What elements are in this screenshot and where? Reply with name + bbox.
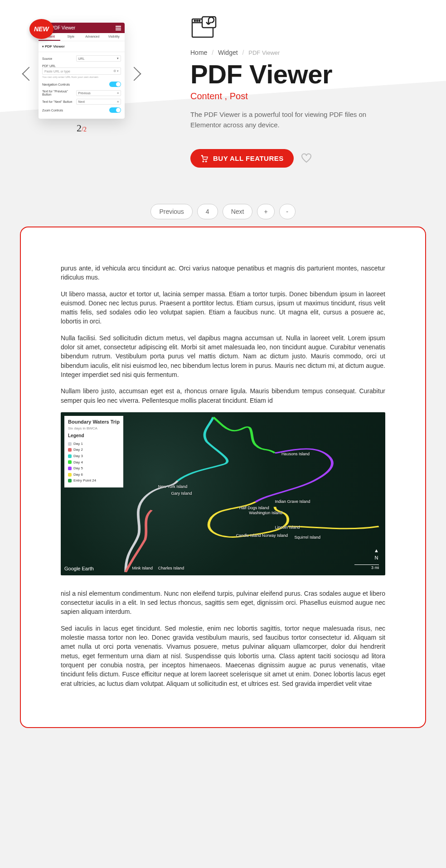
legend-item: Day 2 — [68, 447, 120, 453]
compass-icon: ▲N — [374, 547, 379, 562]
pdf-paragraph: Nulla facilisi. Sed sollicitudin dictum … — [61, 333, 385, 379]
zoom-toggle — [109, 107, 121, 113]
pdf-page-number[interactable]: 4 — [197, 204, 218, 219]
tab-visibility: Visibility — [103, 33, 125, 41]
pdf-paragraph: Ut libero massa, auctor et tortor ut, la… — [61, 289, 385, 326]
legend-header: Legend — [68, 433, 120, 439]
svg-point-3 — [197, 20, 198, 21]
tab-advanced: Advanced — [82, 33, 103, 41]
wishlist-heart-icon[interactable] — [301, 153, 312, 164]
pdf-paragraph: Nullam libero justo, accumsan eget est a… — [61, 386, 385, 405]
category-post[interactable]: Post — [230, 91, 248, 101]
carousel-pagination: 2/2 — [39, 122, 125, 134]
screenshot-carousel: NEW Edit PDF Viewer Content Style Advanc… — [9, 14, 154, 134]
scale-bar: 3 mi — [354, 564, 379, 571]
pdf-viewer-frame: purus ante, id vehicula arcu tincidunt a… — [20, 227, 426, 728]
legend-item: Day 1 — [68, 441, 120, 447]
tab-style: Style — [60, 33, 82, 41]
map-title: Boundary Waters Trip — [68, 419, 120, 426]
prevtext-input: Previous≡ — [76, 90, 121, 96]
widget-settings-screenshot: NEW Edit PDF Viewer Content Style Advanc… — [39, 23, 125, 119]
pdf-prev-button[interactable]: Previous — [150, 204, 192, 219]
description: The PDF Viewer is a powerful tool for vi… — [190, 110, 376, 130]
pdf-paragraph: nisl a nisl elementum condimentum. Nunc … — [61, 589, 385, 617]
source-label: Source — [42, 57, 76, 60]
breadcrumb-current: PDF Viewer — [248, 49, 280, 56]
embedded-map-figure: Boundary Waters Trip Six days in BWCA Le… — [61, 412, 385, 575]
nexttext-input: Next≡ — [76, 99, 121, 105]
map-label: Squirrel Island — [295, 535, 321, 540]
carousel-prev[interactable] — [22, 67, 36, 81]
buy-all-features-button[interactable]: BUY ALL FEATURES — [190, 149, 294, 168]
map-source: Google Earth — [64, 565, 94, 573]
new-badge: NEW — [29, 19, 53, 39]
pdf-paragraph: Sed iaculis in lacus eget tincidunt. Sed… — [61, 624, 385, 688]
pdfurl-note: You can only enter URL from your own dom… — [42, 75, 121, 80]
navcontrols-label: Navigation Controls — [42, 83, 109, 86]
svg-point-2 — [194, 20, 195, 21]
categories: ContentPost — [190, 91, 428, 101]
legend-item: Day 4 — [68, 459, 120, 466]
pdfurl-input: Paste URL or type⚙ ▾ — [42, 68, 121, 75]
map-label: Hausons Island — [281, 451, 310, 457]
breadcrumb-widget[interactable]: Widget — [218, 49, 238, 56]
map-subtitle: Six days in BWCA — [68, 426, 120, 431]
prevtext-label: Text for "Previous" Button — [42, 90, 76, 96]
legend-item: Entry Point 24 — [68, 477, 120, 484]
map-label: Indian Grave Island — [275, 499, 310, 505]
source-select: URL▾ — [76, 55, 121, 62]
map-label: Mink Island — [132, 565, 153, 571]
pdf-paragraph: purus ante, id vehicula arcu tincidunt a… — [61, 264, 385, 282]
map-label: Washington Island — [249, 510, 282, 516]
pdfurl-label: PDF URL — [42, 63, 121, 68]
breadcrumb: Home / Widget / PDF Viewer — [190, 49, 428, 56]
category-content[interactable]: Content — [190, 91, 230, 101]
map-label: Candle Island — [236, 533, 261, 539]
legend-item: Day 3 — [68, 453, 120, 459]
pdf-zoom-in-button[interactable]: + — [257, 204, 274, 219]
map-label: Charles Island — [158, 565, 184, 571]
carousel-next[interactable] — [127, 67, 141, 81]
svg-point-4 — [199, 20, 200, 21]
pdf-nav-controls: Previous 4 Next + - — [0, 204, 446, 219]
pdf-zoom-out-button[interactable]: - — [279, 204, 296, 219]
pdf-document-icon — [190, 15, 218, 39]
navcontrols-toggle — [109, 82, 121, 87]
map-label: Norway Island — [262, 533, 288, 539]
legend-item: Day 6 — [68, 472, 120, 478]
map-legend: Boundary Waters Trip Six days in BWCA Le… — [64, 416, 123, 487]
page-title: PDF Viewer — [190, 59, 428, 89]
breadcrumb-home[interactable]: Home — [190, 49, 207, 56]
pdf-next-button[interactable]: Next — [223, 204, 253, 219]
map-label: New York Island — [158, 484, 188, 490]
legend-item: Day 5 — [68, 465, 120, 472]
cart-icon — [200, 155, 208, 162]
pdf-page-content: purus ante, id vehicula arcu tincidunt a… — [21, 227, 425, 727]
section-header: PDF Viewer — [39, 41, 125, 52]
map-label: Lincoln Island — [275, 525, 300, 530]
nexttext-label: Text for "Next" Button — [42, 100, 76, 103]
map-label: Gary Island — [171, 491, 192, 497]
zoom-label: Zoom Controls — [42, 109, 109, 112]
hamburger-icon — [116, 28, 121, 29]
